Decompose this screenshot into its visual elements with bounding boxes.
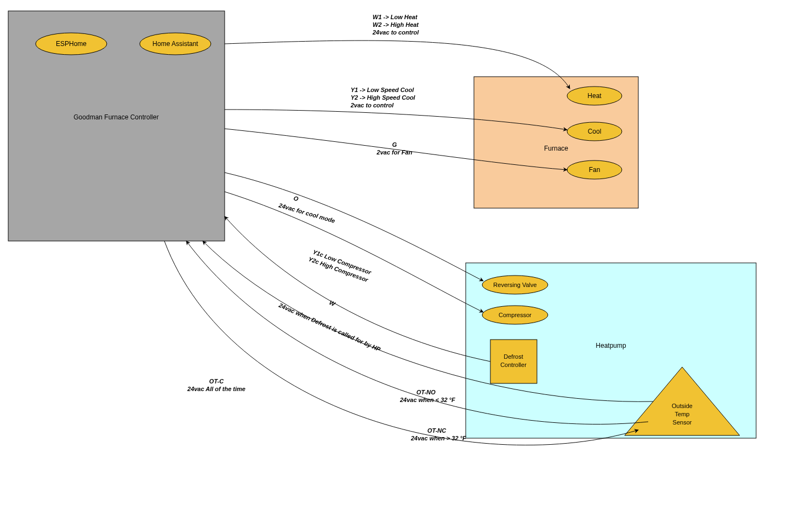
reversing-valve-node: Reversing Valve	[482, 276, 548, 294]
heatpump-title: Heatpump	[596, 342, 626, 349]
edge-otc-l1: OT-C	[209, 378, 224, 385]
edge-y-cool-l2: Y2 -> High Speed Cool	[351, 94, 416, 101]
ots-l2: Temp	[675, 411, 690, 417]
esphome-label: ESPHome	[56, 40, 87, 48]
furnace-cool-node: Cool	[567, 122, 622, 141]
furnace-heat-label: Heat	[587, 92, 602, 100]
furnace-fan-node: Fan	[567, 160, 622, 179]
furnace-box: Furnace Heat Cool Fan	[474, 77, 638, 208]
edge-g-fan-l2: 2vac for Fan	[376, 149, 413, 156]
edge-y-cool-l3: 2vac to control	[350, 102, 394, 108]
edge-o-rev-l1: O	[293, 194, 299, 202]
edge-w-heat-l1: W1 -> Low Heat	[373, 14, 418, 20]
edge-otno-l2: 24vac when < 32 °F	[399, 397, 455, 403]
edge-y-cool-l1: Y1 -> Low Speed Cool	[351, 87, 414, 93]
ots-l1: Outside	[672, 403, 693, 409]
edge-yc-comp: Y1c Low Compressor Y2c High Compressor	[225, 192, 483, 312]
compressor-node: Compressor	[482, 306, 548, 324]
edge-otno-l1: OT-NO	[416, 389, 436, 395]
edge-w-defrost: W 24vac when Defrost is called for by HP	[225, 216, 490, 361]
controller-box: Goodman Furnace Controller ESPHome Home …	[8, 11, 225, 241]
home-assistant-node: Home Assistant	[140, 33, 211, 55]
defrost-l2: Controller	[500, 361, 527, 368]
reversing-valve-label: Reversing Valve	[493, 282, 536, 288]
edge-otc-l2: 24vac All of the time	[187, 386, 245, 392]
compressor-label: Compressor	[499, 312, 531, 318]
ots-l3: Sensor	[673, 419, 692, 426]
furnace-title: Furnace	[544, 145, 568, 152]
edge-w-heat-l3: 24vac to control	[372, 29, 419, 36]
edge-otnc-l1: OT-NC	[427, 427, 447, 434]
furnace-fan-label: Fan	[589, 166, 601, 174]
defrost-controller-node: Defrost Controller	[490, 340, 537, 383]
diagram-canvas: Goodman Furnace Controller ESPHome Home …	[0, 0, 812, 505]
esphome-node: ESPHome	[36, 33, 107, 55]
furnace-cool-label: Cool	[588, 128, 602, 135]
controller-title: Goodman Furnace Controller	[73, 113, 158, 121]
furnace-heat-node: Heat	[567, 87, 622, 105]
edge-w-def-l2: 24vac when Defrost is called for by HP	[277, 301, 382, 353]
heatpump-box: Heatpump Reversing Valve Compressor Defr…	[466, 263, 756, 438]
edge-o-rev-l2: 24vac for cool mode	[277, 202, 336, 224]
defrost-l1: Defrost	[504, 353, 523, 360]
home-assistant-label: Home Assistant	[152, 40, 198, 48]
edge-w-heat-l2: W2 -> High Heat	[373, 21, 419, 28]
edge-g-fan-l1: G	[392, 141, 397, 148]
